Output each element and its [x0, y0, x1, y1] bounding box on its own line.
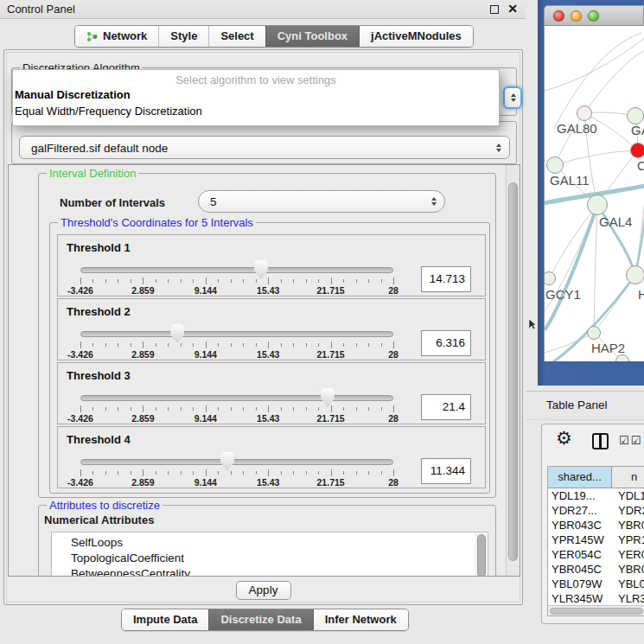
horizontal-scrollbar[interactable] — [548, 605, 644, 615]
network-node-gal11[interactable] — [546, 156, 564, 174]
cell-name[interactable]: YBL0 — [612, 577, 644, 591]
slider-thumb[interactable] — [321, 388, 335, 407]
network-canvas[interactable]: GAL80GACGAL11GAL4GCY1HHAP2 — [544, 26, 644, 361]
tab-infer-network[interactable]: Infer Network — [313, 609, 408, 630]
cell-shared-name[interactable]: YBR043C — [548, 518, 612, 532]
node-label: GCY1 — [545, 287, 581, 302]
slider-tick — [181, 279, 182, 283]
cell-name[interactable]: YDL1 — [612, 488, 644, 503]
tab-impute-data[interactable]: Impute Data — [122, 609, 208, 630]
cell-name[interactable]: YDR2 — [612, 503, 644, 518]
cell-shared-name[interactable]: YPR145W — [548, 532, 612, 547]
thresholds-coordinates-group: Threshold's Coordinates for 5 Intervals … — [49, 222, 490, 494]
tab-cyni-toolbox[interactable]: Cyni Toolbox — [265, 26, 359, 47]
scrollbar-thumb[interactable] — [477, 534, 486, 577]
slider-thumb[interactable] — [220, 452, 234, 471]
tab-label: Style — [170, 26, 197, 47]
slider-thumb[interactable] — [254, 260, 268, 279]
network-node-h[interactable] — [626, 265, 644, 284]
cell-name[interactable]: YBR0 — [612, 518, 644, 532]
settings-gear-icon[interactable]: ⚙ — [556, 428, 572, 449]
float-window-button[interactable] — [490, 5, 499, 14]
cell-name[interactable]: YLR3 — [612, 591, 644, 606]
table-data-combo[interactable]: galFiltered.sif default node — [19, 136, 510, 159]
cell-shared-name[interactable]: YDL19... — [548, 488, 612, 503]
slider-tick — [193, 471, 194, 475]
cell-name[interactable]: YBR0 — [612, 562, 644, 577]
algorithm-option-equal-width-frequency-discretization[interactable]: Equal Width/Frequency Discretization — [13, 103, 499, 119]
scrollbar-thumb[interactable] — [508, 182, 518, 561]
close-panel-button[interactable]: ✕ — [507, 2, 518, 16]
traffic-light-zoom-icon[interactable] — [588, 10, 599, 22]
cell-name[interactable]: YER0 — [612, 547, 644, 562]
traffic-light-close-icon[interactable] — [553, 10, 564, 22]
scrollbar-thumb[interactable] — [550, 608, 643, 615]
attribute-item-betweennesscentrality[interactable]: BetweennessCentrality — [52, 566, 488, 577]
slider-track[interactable] — [80, 459, 393, 465]
cell-shared-name[interactable]: YER054C — [548, 547, 612, 562]
threshold-value-field[interactable]: 6.316 — [421, 330, 471, 356]
table-row[interactable]: YBL079WYBL0 — [548, 577, 644, 591]
threshold-value-field[interactable]: 21.4 — [421, 394, 471, 420]
threshold-value-field[interactable]: 11.344 — [421, 458, 471, 484]
threshold-value-field[interactable]: 14.713 — [421, 266, 471, 292]
network-node-gal4[interactable] — [587, 194, 608, 215]
tab-label: Infer Network — [325, 609, 397, 630]
table-row[interactable]: YLR345WYLR3 — [548, 591, 644, 606]
checkbox-icons[interactable]: ☑☑ — [619, 434, 642, 447]
table-row[interactable]: YPR145WYPR1 — [548, 532, 644, 547]
slider-tick — [92, 407, 93, 411]
table-row[interactable]: YBR045CYBR0 — [548, 562, 644, 577]
numerical-attributes-list[interactable]: SelfLoopsTopologicalCoefficientBetweenne… — [51, 532, 488, 577]
threshold-label: Threshold 4 — [67, 433, 131, 446]
table-row[interactable]: YDL19...YDL1 — [548, 488, 644, 503]
tab-network[interactable]: Network — [75, 26, 158, 47]
node-label: H — [638, 287, 644, 302]
tick-label: -3.426 — [67, 413, 93, 424]
tab-jactivemnodules[interactable]: jActiveMNodules — [359, 26, 473, 47]
attributes-list-scrollbar[interactable] — [475, 533, 487, 577]
vertical-scrollbar[interactable] — [506, 165, 520, 576]
attribute-item-topologicalcoefficient[interactable]: TopologicalCoefficient — [52, 551, 488, 566]
split-columns-icon[interactable] — [592, 433, 609, 450]
cell-shared-name[interactable]: YBR045C — [548, 562, 612, 577]
slider-tick — [331, 341, 332, 348]
table-row[interactable]: YDR27...YDR2 — [548, 503, 644, 518]
slider-tick — [356, 279, 357, 283]
table-row[interactable]: YER054CYER0 — [548, 547, 644, 562]
column-header-name[interactable]: n — [612, 467, 644, 488]
network-node-c[interactable] — [630, 143, 644, 158]
cell-shared-name[interactable]: YDR27... — [548, 503, 612, 518]
slider-track[interactable] — [80, 267, 393, 273]
slider-tick — [105, 471, 106, 475]
cell-shared-name[interactable]: YBL079W — [548, 577, 612, 591]
network-node-gal80[interactable] — [577, 105, 592, 121]
cell-shared-name[interactable]: YLR345W — [548, 591, 612, 606]
tab-select[interactable]: Select — [208, 26, 265, 47]
cytoscape-desktop: GAL80GACGAL11GAL4GCY1HHAP2 — [538, 0, 644, 386]
algorithm-combo-focused[interactable] — [503, 86, 522, 109]
cell-name[interactable]: YPR1 — [612, 532, 644, 547]
traffic-light-minimize-icon[interactable] — [571, 10, 582, 22]
network-node-ga[interactable] — [627, 107, 644, 124]
tab-discretize-data[interactable]: Discretize Data — [208, 609, 312, 630]
tick-label: 2.859 — [131, 285, 154, 296]
apply-button[interactable]: Apply — [236, 581, 291, 600]
number-of-intervals-combo[interactable]: 5 — [198, 190, 445, 213]
slider-tick — [256, 343, 257, 347]
slider-track[interactable] — [80, 395, 393, 401]
attribute-item-selfloops[interactable]: SelfLoops — [52, 535, 488, 551]
tab-style[interactable]: Style — [158, 26, 208, 47]
tick-label: 9.144 — [194, 413, 217, 424]
network-window-titlebar[interactable] — [544, 5, 644, 26]
cyni-mode-tabs: Impute DataDiscretize DataInfer Network — [121, 609, 409, 631]
slider-track[interactable] — [80, 331, 393, 337]
slider-tick — [243, 343, 244, 347]
column-header-shared[interactable]: shared... — [548, 467, 612, 488]
network-node-hap2[interactable] — [587, 326, 601, 340]
table-row[interactable]: YBR043CYBR0 — [548, 518, 644, 532]
algorithm-option-manual-discretization[interactable]: Manual Discretization — [13, 86, 499, 103]
slider-thumb[interactable] — [170, 324, 184, 343]
tick-label: 15.43 — [257, 285, 279, 296]
slider-tick — [393, 405, 394, 412]
